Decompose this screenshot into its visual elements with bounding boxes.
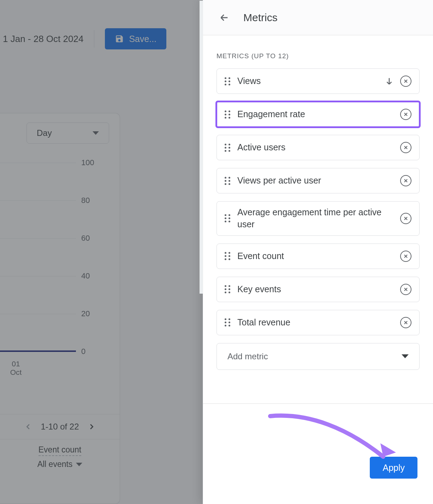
drag-handle-icon[interactable]	[224, 177, 231, 185]
metric-label: Event count	[237, 250, 394, 262]
gridline	[0, 314, 76, 314]
metrics-panel: Metrics METRICS (UP TO 12) ViewsEngageme…	[203, 0, 433, 504]
granularity-label: Day	[37, 128, 52, 138]
gridline	[0, 238, 76, 239]
close-icon	[403, 79, 408, 84]
event-count-header: Event count	[38, 445, 81, 456]
metric-label: Views	[237, 75, 376, 87]
granularity-select[interactable]: Day	[26, 122, 109, 144]
remove-metric-button[interactable]	[400, 109, 411, 120]
remove-metric-button[interactable]	[400, 213, 411, 224]
add-metric-label: Add metric	[227, 352, 268, 361]
drag-handle-icon[interactable]	[224, 285, 231, 293]
remove-metric-button[interactable]	[400, 175, 411, 186]
metric-label: Average engagement time per active user	[237, 206, 394, 230]
y-tick: 60	[81, 234, 90, 243]
close-icon	[403, 287, 408, 292]
chart-area: 100 80 60 40 20 0 01Oct	[0, 159, 106, 360]
pager-prev-button[interactable]	[24, 423, 32, 431]
save-icon	[115, 34, 124, 43]
panel-title: Metrics	[243, 12, 278, 24]
y-tick: 0	[81, 347, 85, 356]
chevron-down-icon	[402, 354, 409, 358]
event-filter-select[interactable]: All events	[37, 460, 83, 469]
close-icon	[403, 254, 408, 259]
chart-series-line	[0, 350, 76, 352]
metric-row[interactable]: Key events	[216, 277, 420, 302]
remove-metric-button[interactable]	[400, 284, 411, 295]
report-background: 1 Jan - 28 Oct 2024 Save... Day 100 80 6…	[0, 0, 203, 504]
metric-row[interactable]: Views	[216, 68, 420, 94]
scrollbar-track[interactable]	[200, 1, 203, 294]
panel-body: METRICS (UP TO 12) ViewsEngagement rateA…	[203, 35, 433, 403]
drag-handle-icon[interactable]	[224, 110, 231, 119]
panel-header: Metrics	[203, 0, 433, 35]
apply-button[interactable]: Apply	[370, 457, 417, 479]
gridline	[0, 276, 76, 276]
table-pager: 1-10 of 22	[0, 414, 120, 439]
drag-handle-icon[interactable]	[224, 144, 231, 152]
remove-metric-button[interactable]	[400, 76, 411, 87]
chevron-down-icon	[76, 463, 82, 466]
metrics-list: ViewsEngagement rateActive usersViews pe…	[216, 68, 420, 335]
metric-label: Views per active user	[237, 175, 394, 187]
metrics-section-label: METRICS (UP TO 12)	[216, 52, 420, 60]
close-icon	[403, 216, 408, 221]
gridline	[0, 200, 76, 201]
chart-card: Day 100 80 60 40 20 0 01Oct 1-10 of	[0, 113, 120, 504]
close-icon	[403, 320, 408, 325]
drag-handle-icon[interactable]	[224, 214, 231, 222]
drag-handle-icon[interactable]	[224, 318, 231, 326]
remove-metric-button[interactable]	[400, 142, 411, 153]
drag-handle-icon[interactable]	[224, 77, 231, 85]
close-icon	[403, 178, 408, 183]
metric-row[interactable]: Average engagement time per active user	[216, 201, 420, 236]
add-metric-button[interactable]: Add metric	[216, 343, 420, 370]
y-tick: 40	[81, 271, 90, 281]
divider	[94, 30, 94, 48]
metric-row[interactable]: Event count	[216, 244, 420, 269]
metric-label: Key events	[237, 283, 394, 295]
gridline	[0, 163, 76, 163]
metric-row[interactable]: Views per active user	[216, 168, 420, 193]
metric-row[interactable]: Total revenue	[216, 310, 420, 335]
back-button[interactable]	[217, 11, 231, 25]
pager-next-button[interactable]	[88, 423, 95, 431]
pager-label: 1-10 of 22	[41, 422, 79, 432]
metric-row[interactable]: Engagement rate	[216, 102, 420, 127]
drag-handle-icon[interactable]	[224, 252, 231, 260]
save-button[interactable]: Save...	[105, 28, 166, 49]
metric-label: Engagement rate	[237, 108, 394, 120]
metric-label: Total revenue	[237, 317, 394, 329]
report-toolbar: 1 Jan - 28 Oct 2024 Save...	[0, 25, 203, 53]
arrow-left-icon	[219, 11, 229, 24]
sort-descending-icon[interactable]	[385, 77, 394, 86]
metric-row[interactable]: Active users	[216, 135, 420, 160]
remove-metric-button[interactable]	[400, 317, 411, 328]
chevron-down-icon	[93, 131, 99, 135]
y-tick: 80	[81, 196, 90, 205]
panel-footer: Apply	[203, 403, 433, 504]
close-icon	[403, 112, 408, 117]
date-range[interactable]: 1 Jan - 28 Oct 2024	[3, 34, 83, 44]
y-tick: 20	[81, 309, 90, 318]
close-icon	[403, 145, 408, 150]
save-button-label: Save...	[129, 34, 156, 44]
remove-metric-button[interactable]	[400, 251, 411, 262]
event-count-section: Event count All events	[0, 445, 120, 469]
metric-label: Active users	[237, 142, 394, 154]
y-tick: 100	[81, 158, 94, 167]
x-tick: 01Oct	[4, 360, 28, 377]
event-filter-label: All events	[37, 460, 73, 469]
